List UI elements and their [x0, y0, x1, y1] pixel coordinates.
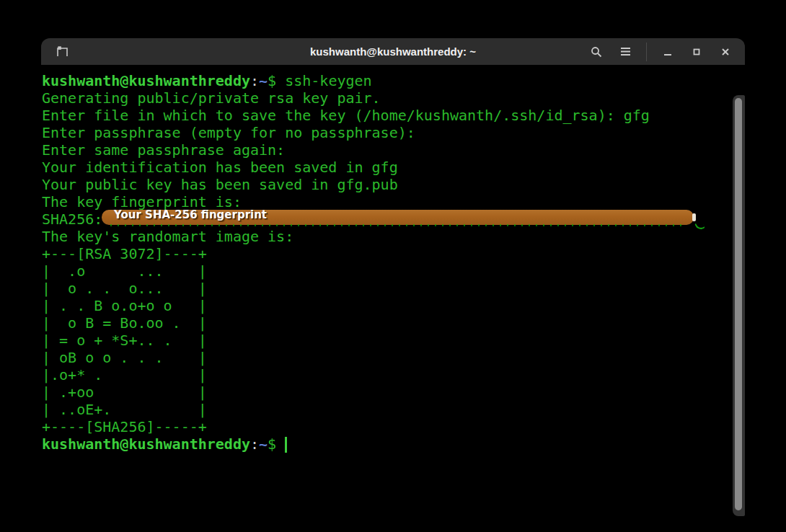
terminal-line: +----[SHA256]-----+ — [42, 418, 745, 435]
terminal-line: kushwanth@kushwanthreddy:~$ ssh-keygen — [42, 72, 745, 89]
terminal-line: | o . . o... | — [42, 280, 745, 297]
terminal-line: | = o + *S+.. . | — [42, 332, 745, 349]
terminal-line: Enter same passphrase again: — [42, 141, 745, 159]
terminal-text-segment: Enter same passphrase again: — [42, 141, 285, 159]
terminal-cursor — [285, 437, 287, 453]
new-tab-icon — [56, 46, 69, 57]
terminal-text-segment: Enter passphrase (empty for no passphras… — [42, 124, 415, 141]
terminal-text-segment: |.o+* . | — [42, 366, 207, 384]
fingerprint-redaction-label: Your SHA-256 fingerprint — [114, 206, 267, 223]
terminal-text-segment: : — [250, 72, 259, 89]
terminal-line: Generating public/private rsa key pair. — [42, 89, 745, 107]
terminal-lines: kushwanth@kushwanthreddy:~$ ssh-keygenGe… — [42, 72, 745, 453]
titlebar-divider — [646, 43, 647, 61]
terminal-text-segment: | ..oE+. | — [42, 401, 207, 418]
terminal-line: +---[RSA 3072]----+ — [42, 245, 745, 262]
minimize-icon — [663, 47, 673, 57]
terminal-text-segment: $ — [268, 72, 285, 89]
fingerprint-redaction-bar: Your SHA-256 fingerprint — [102, 210, 694, 225]
terminal-text-segment: ssh-keygen — [285, 72, 371, 89]
terminal-text-segment: Your identification has been saved in gf… — [42, 159, 398, 176]
terminal-text-segment: ~ — [259, 435, 268, 453]
terminal-line: | .o ... | — [42, 262, 745, 280]
new-tab-button[interactable] — [50, 42, 74, 62]
terminal-text-segment: +---[RSA 3072]----+ — [42, 245, 207, 262]
terminal-text-segment: $ — [268, 435, 285, 453]
terminal-text-segment: | .o ... | — [42, 262, 207, 280]
terminal-text-segment: SHA256: — [42, 210, 102, 228]
terminal-line: | ..oE+. | — [42, 401, 745, 418]
terminal-text-segment: Your public key has been saved in gfg.pu… — [42, 176, 398, 193]
search-button[interactable] — [584, 42, 609, 62]
close-button[interactable] — [713, 42, 738, 62]
terminal-line: | . . B o.o+o o | — [42, 297, 745, 314]
terminal-line: Enter passphrase (empty for no passphras… — [42, 124, 745, 141]
terminal-line: | oB o o . . . | — [42, 349, 745, 366]
maximize-button[interactable] — [684, 42, 709, 62]
terminal-line: The key's randomart image is: — [42, 228, 745, 245]
menu-button[interactable] — [613, 42, 637, 62]
close-icon — [720, 47, 730, 57]
scrollbar-thumb[interactable] — [735, 98, 742, 510]
maximize-icon — [692, 47, 702, 57]
terminal-text-segment: | o B = Bo.oo . | — [42, 314, 207, 332]
terminal-text-segment: kushwanth@kushwanthreddy — [42, 72, 250, 89]
covered-text-remnant — [110, 224, 684, 226]
terminal-text-segment: | . . B o.o+o o | — [42, 297, 207, 314]
minimize-button[interactable] — [655, 42, 680, 62]
terminal-text-segment: +----[SHA256]-----+ — [42, 418, 207, 435]
terminal-window: kushwanth@kushwanthreddy: ~ — [41, 38, 745, 491]
terminal-text-segment: | oB o o . . . | — [42, 349, 207, 366]
terminal-text-segment: | o . . o... | — [42, 280, 207, 297]
search-icon — [591, 46, 602, 58]
titlebar: kushwanth@kushwanthreddy: ~ — [41, 38, 745, 65]
terminal-line: Your identification has been saved in gf… — [42, 159, 745, 176]
terminal-line: | o B = Bo.oo . | — [42, 314, 745, 332]
terminal-text-segment: | .+oo | — [42, 384, 207, 401]
terminal-text-segment: Generating public/private rsa key pair. — [42, 89, 381, 107]
terminal-line: kushwanth@kushwanthreddy:~$ — [42, 435, 745, 453]
scrollbar[interactable] — [733, 95, 745, 516]
terminal-content[interactable]: kushwanth@kushwanthreddy:~$ ssh-keygenGe… — [41, 65, 745, 491]
terminal-text-segment: kushwanth@kushwanthreddy — [42, 435, 250, 453]
menu-icon — [620, 47, 631, 56]
terminal-text-segment: : — [250, 435, 259, 453]
terminal-line: Enter file in which to save the key (/ho… — [42, 107, 745, 124]
terminal-line: |.o+* . | — [42, 366, 745, 384]
terminal-line: | .+oo | — [42, 384, 745, 401]
terminal-text-segment: ~ — [259, 72, 268, 89]
covered-text-remnant — [692, 213, 696, 221]
terminal-text-segment: | = o + *S+.. . | — [42, 332, 207, 349]
terminal-text-segment: Enter file in which to save the key (/ho… — [42, 107, 650, 124]
terminal-line: Your public key has been saved in gfg.pu… — [42, 176, 745, 193]
terminal-text-segment: The key's randomart image is: — [42, 228, 293, 245]
